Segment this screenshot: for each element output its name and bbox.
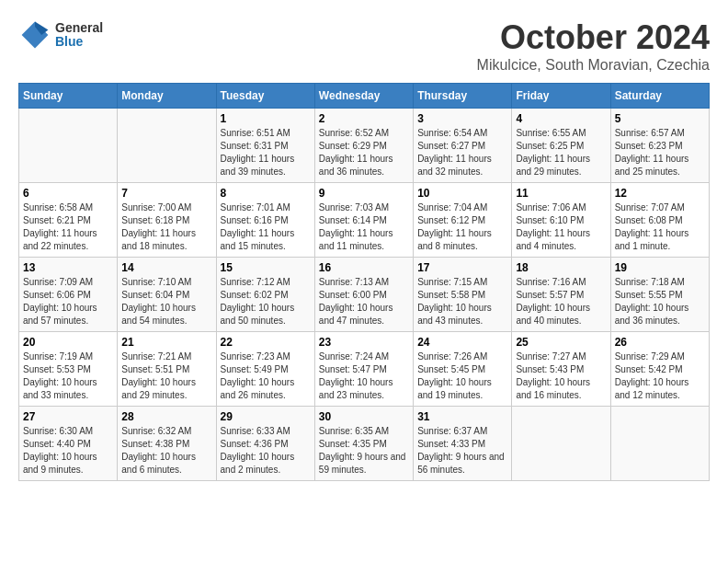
day-number: 29 bbox=[221, 410, 311, 423]
calendar-cell: 18Sunrise: 7:16 AM Sunset: 5:57 PM Dayli… bbox=[512, 258, 610, 332]
day-info: Sunrise: 6:54 AM Sunset: 6:27 PM Dayligh… bbox=[417, 127, 507, 178]
calendar-header-row: SundayMondayTuesdayWednesdayThursdayFrid… bbox=[19, 84, 710, 109]
day-info: Sunrise: 6:33 AM Sunset: 4:36 PM Dayligh… bbox=[221, 425, 311, 477]
logo-blue: Blue bbox=[55, 35, 103, 49]
calendar-cell: 15Sunrise: 7:12 AM Sunset: 6:02 PM Dayli… bbox=[216, 258, 314, 332]
calendar-cell: 30Sunrise: 6:35 AM Sunset: 4:35 PM Dayli… bbox=[314, 407, 413, 481]
column-header-sunday: Sunday bbox=[19, 84, 118, 109]
day-number: 15 bbox=[221, 261, 311, 274]
calendar-week-row: 20Sunrise: 7:19 AM Sunset: 5:53 PM Dayli… bbox=[19, 332, 710, 407]
day-info: Sunrise: 7:09 AM Sunset: 6:06 PM Dayligh… bbox=[23, 276, 113, 327]
day-info: Sunrise: 6:35 AM Sunset: 4:35 PM Dayligh… bbox=[319, 425, 409, 477]
day-info: Sunrise: 7:00 AM Sunset: 6:18 PM Dayligh… bbox=[121, 201, 211, 253]
calendar-cell: 23Sunrise: 7:24 AM Sunset: 5:47 PM Dayli… bbox=[314, 332, 413, 407]
calendar-cell: 10Sunrise: 7:04 AM Sunset: 6:12 PM Dayli… bbox=[414, 183, 512, 258]
day-number: 16 bbox=[319, 261, 409, 274]
day-number: 11 bbox=[516, 187, 606, 200]
calendar-week-row: 13Sunrise: 7:09 AM Sunset: 6:06 PM Dayli… bbox=[19, 258, 710, 332]
calendar-cell bbox=[610, 407, 709, 481]
calendar-cell bbox=[118, 109, 216, 183]
calendar-table: SundayMondayTuesdayWednesdayThursdayFrid… bbox=[18, 83, 710, 481]
day-number: 1 bbox=[221, 112, 311, 125]
calendar-cell: 22Sunrise: 7:23 AM Sunset: 5:49 PM Dayli… bbox=[216, 332, 314, 407]
column-header-monday: Monday bbox=[118, 84, 216, 109]
column-header-thursday: Thursday bbox=[414, 84, 512, 109]
logo-general: General bbox=[55, 21, 103, 35]
day-info: Sunrise: 7:21 AM Sunset: 5:51 PM Dayligh… bbox=[121, 350, 211, 402]
day-info: Sunrise: 7:07 AM Sunset: 6:08 PM Dayligh… bbox=[615, 201, 705, 253]
calendar-cell: 20Sunrise: 7:19 AM Sunset: 5:53 PM Dayli… bbox=[19, 332, 118, 407]
calendar-week-row: 1Sunrise: 6:51 AM Sunset: 6:31 PM Daylig… bbox=[19, 109, 710, 183]
day-info: Sunrise: 7:03 AM Sunset: 6:14 PM Dayligh… bbox=[319, 201, 409, 253]
calendar-cell: 26Sunrise: 7:29 AM Sunset: 5:42 PM Dayli… bbox=[610, 332, 709, 407]
day-number: 22 bbox=[221, 336, 311, 349]
calendar-cell: 19Sunrise: 7:18 AM Sunset: 5:55 PM Dayli… bbox=[610, 258, 709, 332]
day-number: 26 bbox=[615, 336, 705, 349]
day-info: Sunrise: 7:15 AM Sunset: 5:58 PM Dayligh… bbox=[417, 276, 507, 327]
day-number: 23 bbox=[319, 336, 409, 349]
calendar-cell: 14Sunrise: 7:10 AM Sunset: 6:04 PM Dayli… bbox=[118, 258, 216, 332]
day-number: 21 bbox=[121, 336, 211, 349]
calendar-cell: 13Sunrise: 7:09 AM Sunset: 6:06 PM Dayli… bbox=[19, 258, 118, 332]
day-number: 19 bbox=[615, 261, 705, 274]
day-info: Sunrise: 6:32 AM Sunset: 4:38 PM Dayligh… bbox=[121, 425, 211, 477]
calendar-cell: 17Sunrise: 7:15 AM Sunset: 5:58 PM Dayli… bbox=[414, 258, 512, 332]
day-number: 14 bbox=[121, 261, 211, 274]
calendar-cell bbox=[19, 109, 118, 183]
calendar-cell: 7Sunrise: 7:00 AM Sunset: 6:18 PM Daylig… bbox=[118, 183, 216, 258]
day-info: Sunrise: 7:10 AM Sunset: 6:04 PM Dayligh… bbox=[121, 276, 211, 327]
day-info: Sunrise: 7:01 AM Sunset: 6:16 PM Dayligh… bbox=[221, 201, 311, 253]
day-info: Sunrise: 6:58 AM Sunset: 6:21 PM Dayligh… bbox=[23, 201, 113, 253]
day-info: Sunrise: 7:29 AM Sunset: 5:42 PM Dayligh… bbox=[615, 350, 705, 402]
day-info: Sunrise: 7:18 AM Sunset: 5:55 PM Dayligh… bbox=[615, 276, 705, 327]
logo-text: General Blue bbox=[55, 21, 103, 50]
calendar-cell: 28Sunrise: 6:32 AM Sunset: 4:38 PM Dayli… bbox=[118, 407, 216, 481]
day-info: Sunrise: 7:26 AM Sunset: 5:45 PM Dayligh… bbox=[417, 350, 507, 402]
day-number: 24 bbox=[417, 336, 507, 349]
day-number: 17 bbox=[417, 261, 507, 274]
day-info: Sunrise: 7:13 AM Sunset: 6:00 PM Dayligh… bbox=[319, 276, 409, 327]
calendar-cell: 9Sunrise: 7:03 AM Sunset: 6:14 PM Daylig… bbox=[314, 183, 413, 258]
calendar-cell bbox=[512, 407, 610, 481]
column-header-saturday: Saturday bbox=[610, 84, 709, 109]
day-number: 5 bbox=[615, 112, 705, 125]
day-info: Sunrise: 6:55 AM Sunset: 6:25 PM Dayligh… bbox=[516, 127, 606, 178]
day-number: 7 bbox=[121, 187, 211, 200]
column-header-friday: Friday bbox=[512, 84, 610, 109]
day-info: Sunrise: 7:27 AM Sunset: 5:43 PM Dayligh… bbox=[516, 350, 606, 402]
day-number: 3 bbox=[417, 112, 507, 125]
calendar-cell: 12Sunrise: 7:07 AM Sunset: 6:08 PM Dayli… bbox=[610, 183, 709, 258]
day-number: 20 bbox=[23, 336, 113, 349]
calendar-cell: 16Sunrise: 7:13 AM Sunset: 6:00 PM Dayli… bbox=[314, 258, 413, 332]
column-header-tuesday: Tuesday bbox=[216, 84, 314, 109]
calendar-cell: 4Sunrise: 6:55 AM Sunset: 6:25 PM Daylig… bbox=[512, 109, 610, 183]
day-number: 2 bbox=[319, 112, 409, 125]
day-number: 13 bbox=[23, 261, 113, 274]
calendar-week-row: 27Sunrise: 6:30 AM Sunset: 4:40 PM Dayli… bbox=[19, 407, 710, 481]
day-number: 25 bbox=[516, 336, 606, 349]
calendar-cell: 3Sunrise: 6:54 AM Sunset: 6:27 PM Daylig… bbox=[414, 109, 512, 183]
calendar-cell: 6Sunrise: 6:58 AM Sunset: 6:21 PM Daylig… bbox=[19, 183, 118, 258]
day-info: Sunrise: 7:16 AM Sunset: 5:57 PM Dayligh… bbox=[516, 276, 606, 327]
day-number: 27 bbox=[23, 410, 113, 423]
day-info: Sunrise: 6:51 AM Sunset: 6:31 PM Dayligh… bbox=[221, 127, 311, 178]
day-number: 9 bbox=[319, 187, 409, 200]
calendar-cell: 29Sunrise: 6:33 AM Sunset: 4:36 PM Dayli… bbox=[216, 407, 314, 481]
calendar-cell: 5Sunrise: 6:57 AM Sunset: 6:23 PM Daylig… bbox=[610, 109, 709, 183]
calendar-cell: 21Sunrise: 7:21 AM Sunset: 5:51 PM Dayli… bbox=[118, 332, 216, 407]
day-info: Sunrise: 6:30 AM Sunset: 4:40 PM Dayligh… bbox=[23, 425, 113, 477]
day-info: Sunrise: 7:12 AM Sunset: 6:02 PM Dayligh… bbox=[221, 276, 311, 327]
logo-icon bbox=[18, 18, 51, 52]
day-number: 18 bbox=[516, 261, 606, 274]
day-info: Sunrise: 7:06 AM Sunset: 6:10 PM Dayligh… bbox=[516, 201, 606, 253]
title-section: October 2024 Mikulcice, South Moravian, … bbox=[477, 18, 710, 74]
day-info: Sunrise: 6:57 AM Sunset: 6:23 PM Dayligh… bbox=[615, 127, 705, 178]
calendar-cell: 24Sunrise: 7:26 AM Sunset: 5:45 PM Dayli… bbox=[414, 332, 512, 407]
day-info: Sunrise: 6:52 AM Sunset: 6:29 PM Dayligh… bbox=[319, 127, 409, 178]
day-number: 4 bbox=[516, 112, 606, 125]
day-number: 8 bbox=[221, 187, 311, 200]
day-info: Sunrise: 7:23 AM Sunset: 5:49 PM Dayligh… bbox=[221, 350, 311, 402]
page-header: General Blue October 2024 Mikulcice, Sou… bbox=[18, 18, 710, 74]
calendar-cell: 27Sunrise: 6:30 AM Sunset: 4:40 PM Dayli… bbox=[19, 407, 118, 481]
calendar-cell: 11Sunrise: 7:06 AM Sunset: 6:10 PM Dayli… bbox=[512, 183, 610, 258]
